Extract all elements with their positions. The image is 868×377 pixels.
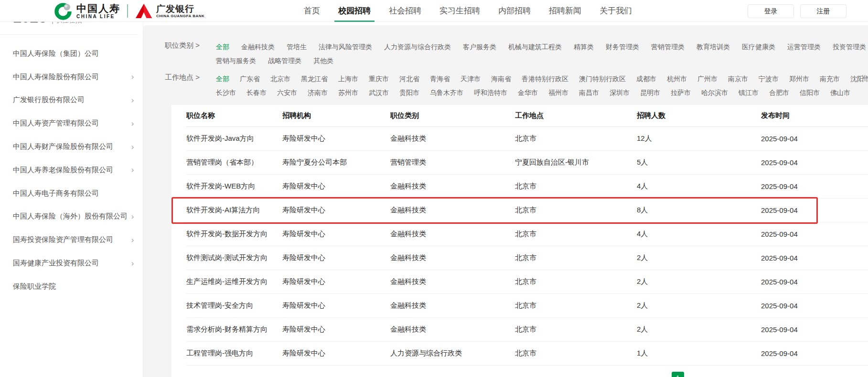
- location-option[interactable]: 济南市: [308, 89, 328, 97]
- table-row[interactable]: 技术管理岗-安全方向 寿险研发中心 金融科技类 北京市 2人 2025-09-0…: [186, 294, 868, 318]
- location-option[interactable]: 乌鲁木齐市: [430, 89, 463, 97]
- location-option[interactable]: 合肥市: [769, 89, 789, 97]
- chevron-right-icon: ›: [131, 259, 134, 268]
- table-row[interactable]: 营销管理岗（省本部） 寿险宁夏分公司本部 营销管理类 宁夏回族自治区-银川市 5…: [186, 151, 868, 175]
- category-option[interactable]: 其他类: [313, 57, 333, 65]
- location-option[interactable]: 镇江市: [739, 89, 759, 97]
- sidebar-item-company[interactable]: 中国人寿保险（集团）公司 ›: [0, 42, 143, 65]
- location-option[interactable]: 贵阳市: [399, 89, 419, 97]
- chevron-right-icon: ›: [131, 142, 134, 152]
- nav-item[interactable]: 关于我们: [600, 0, 632, 22]
- location-option[interactable]: 澳门特别行政区: [579, 75, 626, 84]
- location-option[interactable]: 天津市: [461, 75, 481, 84]
- cell-job-title: 软件开发岗-数据开发方向: [186, 230, 282, 239]
- category-option[interactable]: 战略管理类: [268, 57, 301, 65]
- table-row[interactable]: 软件开发岗-Java方向 寿险研发中心 金融科技类 北京市 12人 2025-0…: [186, 127, 868, 151]
- category-option[interactable]: 机械与建筑工程类: [508, 43, 562, 52]
- location-option[interactable]: 南京市: [728, 75, 748, 84]
- location-option[interactable]: 郑州市: [789, 75, 809, 84]
- sidebar-item-company[interactable]: 中国人寿养老保险股份有限公司 ›: [0, 158, 143, 182]
- sidebar-item-company[interactable]: 中国人寿资产管理有限公司 ›: [0, 112, 143, 135]
- table-row[interactable]: 软件开发岗-WEB方向 寿险研发中心 金融科技类 北京市 4人 2025-09-…: [186, 175, 868, 199]
- location-option[interactable]: 南昌市: [579, 89, 599, 97]
- location-option[interactable]: 北京市: [270, 75, 290, 84]
- sidebar-item-company[interactable]: 保险职业学院 ›: [0, 275, 143, 298]
- category-option[interactable]: 营销与服务类: [216, 57, 256, 65]
- location-option[interactable]: 呼和浩特市: [474, 89, 507, 97]
- table-row[interactable]: 软件测试岗-测试开发方向 寿险研发中心 金融科技类 北京市 2人 2025-09…: [186, 246, 868, 270]
- nav-item[interactable]: 校园招聘: [338, 0, 371, 22]
- category-option[interactable]: 精算类: [574, 43, 594, 52]
- location-option[interactable]: 青海省: [430, 75, 450, 84]
- location-option[interactable]: 黑龙江省: [301, 75, 328, 84]
- category-option[interactable]: 客户服务类: [463, 43, 496, 52]
- company-list: 中国人寿保险（集团）公司 › 中国人寿保险股份有限公司 › 广发银行股份有限公司…: [0, 42, 143, 298]
- table-row[interactable]: 软件开发岗-AI算法方向 寿险研发中心 金融科技类 北京市 8人 2025-09…: [186, 199, 868, 222]
- location-option[interactable]: 宁波市: [759, 75, 779, 84]
- table-row[interactable]: 工程管理岗-强电方向 寿险研发中心 人力资源与综合行政类 北京市 1人 2025…: [186, 342, 868, 366]
- nav-item[interactable]: 社会招聘: [389, 0, 421, 22]
- cell-org: 寿险研发中心: [282, 182, 390, 191]
- location-option[interactable]: 重庆市: [369, 75, 389, 84]
- location-option[interactable]: 海南省: [491, 75, 511, 84]
- pagination-page-1[interactable]: 1: [672, 372, 684, 377]
- category-option[interactable]: 管培生: [287, 43, 307, 52]
- nav-item[interactable]: 招聘新闻: [549, 0, 581, 22]
- chevron-down-icon[interactable]: ∨: [861, 73, 866, 80]
- nav-item[interactable]: 内部招聘: [498, 0, 531, 22]
- sidebar-item-company[interactable]: 国寿投资保险资产管理有限公司 ›: [0, 228, 143, 251]
- location-option[interactable]: 杭州市: [667, 75, 687, 84]
- category-option[interactable]: 法律与风险管理类: [319, 43, 372, 52]
- location-option[interactable]: 金华市: [518, 89, 538, 97]
- nav-item[interactable]: 实习生招聘: [439, 0, 480, 22]
- location-option[interactable]: 河北省: [399, 75, 419, 84]
- location-option[interactable]: 全部: [216, 75, 229, 84]
- cell-location: 北京市: [515, 301, 637, 310]
- table-row[interactable]: 需求分析岗-财务精算方向 寿险研发中心 金融科技类 北京市 2人 2025-09…: [186, 318, 868, 342]
- table-row[interactable]: 生产运维岗-运维开发方向 寿险研发中心 金融科技类 北京市 2人 2025-09…: [186, 270, 868, 294]
- category-option[interactable]: 医疗健康类: [742, 43, 775, 52]
- location-option[interactable]: 上海市: [338, 75, 358, 84]
- location-option[interactable]: 广州市: [697, 75, 718, 84]
- category-option[interactable]: 投资管理类: [833, 43, 866, 52]
- category-option[interactable]: 教育培训类: [697, 43, 730, 52]
- location-option[interactable]: 拉萨市: [671, 89, 691, 97]
- category-option[interactable]: 营销管理类: [651, 43, 685, 52]
- sidebar-item-company[interactable]: 中国人寿财产保险股份有限公司 ›: [0, 135, 143, 158]
- location-option[interactable]: 深圳市: [610, 89, 630, 97]
- location-option[interactable]: 福州市: [548, 89, 568, 97]
- category-option[interactable]: 财务管理类: [606, 43, 639, 52]
- location-option[interactable]: 昆明市: [640, 89, 660, 97]
- sidebar-item-company[interactable]: 中国人寿保险股份有限公司 ›: [0, 65, 143, 89]
- sidebar-item-company[interactable]: 中国人寿保险（海外）股份有限公司 ›: [0, 205, 143, 229]
- sidebar-item-company[interactable]: 广发银行股份有限公司 ›: [0, 89, 143, 112]
- login-button[interactable]: 登录: [748, 4, 794, 18]
- location-option[interactable]: 广东省: [240, 75, 260, 84]
- location-option[interactable]: 哈尔滨市: [701, 89, 728, 97]
- category-option[interactable]: 全部: [216, 43, 229, 52]
- location-option[interactable]: 武汉市: [369, 89, 389, 97]
- cell-category: 金融科技类: [390, 277, 515, 286]
- table-row[interactable]: 软件开发岗-数据开发方向 寿险研发中心 金融科技类 北京市 4人 2025-09…: [186, 222, 868, 246]
- location-option[interactable]: 长春市: [246, 89, 267, 97]
- location-option[interactable]: 六安市: [277, 89, 297, 97]
- location-option[interactable]: 佛山市: [830, 89, 850, 97]
- cell-category: 金融科技类: [390, 325, 515, 334]
- sidebar-item-company[interactable]: 中国人寿电子商务有限公司 ›: [0, 182, 143, 205]
- location-option[interactable]: 香港特别行政区: [522, 75, 568, 84]
- nav-item[interactable]: 首页: [304, 0, 320, 22]
- location-option[interactable]: 长沙市: [216, 89, 236, 97]
- cell-headcount: 4人: [637, 230, 761, 239]
- category-option[interactable]: 运营管理类: [787, 43, 821, 52]
- company-name: 中国人寿保险（集团）公司: [13, 49, 99, 58]
- sidebar-item-company[interactable]: 国寿健康产业投资有限公司 ›: [0, 251, 143, 275]
- category-option[interactable]: 人力资源与综合行政类: [384, 43, 451, 52]
- top-header: 中国人寿 CHINA LIFE 广发银行 CHINA GUANGFA BANK …: [0, 0, 868, 22]
- register-button[interactable]: 注册: [800, 4, 847, 18]
- location-option[interactable]: 苏州市: [338, 89, 358, 97]
- location-option[interactable]: 信阳市: [800, 89, 820, 97]
- location-option[interactable]: 南充市: [820, 75, 840, 84]
- table-header-row: 职位名称招聘机构职位类别工作地点招聘人数发布时间: [186, 105, 868, 127]
- location-option[interactable]: 成都市: [636, 75, 656, 84]
- category-option[interactable]: 金融科技类: [241, 43, 275, 52]
